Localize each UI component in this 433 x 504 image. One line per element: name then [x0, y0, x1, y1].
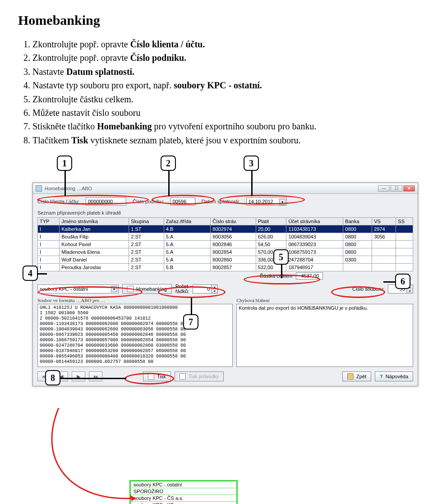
cell: 5.A — [164, 241, 211, 248]
chevron-down-icon[interactable]: ▾ — [279, 199, 286, 205]
export-type-combo[interactable]: soubory KPC - ostatní ▾ — [37, 284, 119, 293]
cell: I — [38, 264, 60, 271]
callout-3-line — [251, 171, 253, 196]
right-pane-title: Chybová hlášení — [236, 298, 413, 303]
min-button[interactable]: — — [378, 185, 390, 192]
export-type-dropdown-popup[interactable]: soubory KPC - ostatníSPOROŽIROsoubory KP… — [129, 480, 238, 504]
cell — [396, 233, 413, 241]
cell: 5.A — [164, 233, 211, 241]
cell: 0800 — [343, 225, 372, 233]
table-row[interactable]: IKalberka Jan1.ST4.B800297420,0011034381… — [38, 225, 413, 233]
rows-spinner[interactable]: ▴▾ — [193, 284, 218, 293]
payments-table[interactable]: TYPJméno strávníkaSkupinaZařaz./třídaČís… — [37, 217, 413, 271]
back-icon — [347, 373, 354, 380]
homebanking-button[interactable]: Homebanking — [122, 284, 172, 294]
step-8: Tlačítkem Tisk vytisknete seznam plateb,… — [32, 134, 415, 147]
callout-8: 8 — [45, 370, 60, 385]
dropdown-option[interactable]: soubory KPC - KB a.s. — [131, 502, 236, 504]
client-label: Číslo klienta / účtu: — [37, 199, 79, 204]
table-row[interactable]: IKohout Pavel2.ST5.A800284654,5008673390… — [38, 241, 413, 248]
errors-pane[interactable]: Kontrola dat pro export do HOMEBANKINGU … — [236, 304, 413, 367]
cell: 2974 — [372, 225, 396, 233]
col-header[interactable]: TYP — [38, 218, 60, 225]
abo-output-pane[interactable]: UHL1 41012SJ U ROHACOVYCH KASA 000000000… — [37, 304, 233, 367]
nav-last-button[interactable]: ⏭ — [89, 371, 102, 381]
cell: 0800 — [343, 241, 372, 248]
cell: Peroutka Jaroslav — [60, 264, 129, 271]
cell: 3056 — [372, 233, 396, 241]
chevron-down-icon[interactable]: ▾ — [111, 286, 117, 292]
zpet-button[interactable]: Zpět — [342, 371, 371, 381]
spin-down-icon[interactable]: ▾ — [406, 289, 413, 293]
col-header[interactable]: Platit — [256, 218, 286, 225]
dropdown-option[interactable]: soubory KPC - ostatní — [131, 481, 236, 488]
max-button[interactable]: ☐ — [391, 185, 402, 192]
cell: 2.ST — [129, 233, 164, 241]
cell — [396, 225, 413, 233]
cell: 1103438173 — [286, 225, 343, 233]
instructions-list: Zkontrolujte popř. opravte Číslo klienta… — [32, 38, 415, 147]
spin-up-icon[interactable]: ▴ — [211, 285, 217, 289]
step-2: Zkontrolujte popř. opravte Číslo podniku… — [32, 51, 415, 64]
tisk-button[interactable]: Tisk — [143, 371, 171, 381]
callout-7-line — [191, 298, 192, 314]
close-button[interactable]: ✕ — [403, 185, 415, 192]
cell: 8002860 — [211, 256, 256, 264]
rows-value[interactable] — [193, 285, 211, 293]
col-header[interactable]: Jméno strávníka — [60, 218, 129, 225]
col-header[interactable]: VS — [372, 218, 396, 225]
col-header[interactable]: Číslo stráv. — [211, 218, 256, 225]
col-header[interactable]: Zařaz./třída — [164, 218, 211, 225]
calendar-icon — [127, 286, 134, 292]
spin-down-icon[interactable]: ▾ — [211, 289, 217, 293]
cell: I — [38, 241, 60, 248]
window-title: Homebanking …ABO — [45, 186, 92, 191]
tisk-label: Tisk — [157, 374, 166, 379]
cell — [372, 241, 396, 248]
nav-next-button[interactable]: ▶ — [72, 371, 85, 381]
cell: Wolf Daniel — [60, 256, 129, 264]
printer-icon — [180, 373, 186, 380]
callout-4: 4 — [23, 266, 38, 281]
cell: 247288704 — [286, 256, 343, 264]
cell — [372, 256, 396, 264]
col-header[interactable]: Banka — [343, 218, 372, 225]
table-row[interactable]: IBouška Filip2.ST5.A8003056626,001004839… — [38, 233, 413, 241]
cell: I — [38, 248, 60, 256]
dropdown-option[interactable]: SPOROŽIRO — [131, 488, 236, 495]
cell: 0800 — [343, 233, 372, 241]
callout-8-line — [60, 378, 126, 379]
col-header[interactable]: Skupina — [129, 218, 164, 225]
cell: 2.ST — [129, 241, 164, 248]
cell: 187948917 — [286, 264, 343, 271]
table-row[interactable]: IMladenová Elena2.ST5.A8002854570,001068… — [38, 248, 413, 256]
client-input[interactable] — [86, 197, 126, 206]
col-header[interactable]: SS — [396, 218, 413, 225]
callout-6-line — [383, 281, 395, 283]
cell: 0867339023 — [286, 241, 343, 248]
cell: 5.B — [164, 264, 211, 271]
callout-7: 7 — [183, 314, 198, 330]
total-value: 4537,00 — [296, 272, 323, 279]
cell: 0300 — [343, 256, 372, 264]
table-row[interactable]: IPeroutka Jaroslav2.ST5.B8002857532,0018… — [38, 264, 413, 271]
cell — [372, 264, 396, 271]
cell — [343, 264, 372, 271]
step-1: Zkontrolujte popř. opravte Číslo klienta… — [32, 38, 415, 50]
dropdown-option[interactable]: soubory KPC - ČS a.s. — [131, 495, 236, 502]
cell: 1068759173 — [286, 248, 343, 256]
cell — [396, 264, 413, 271]
callout-6: 6 — [395, 274, 410, 289]
cell: I — [38, 256, 60, 264]
col-header[interactable]: Účet strávníka — [286, 218, 343, 225]
cell: I — [38, 233, 60, 241]
help-button[interactable]: ? Nápověda — [375, 371, 413, 381]
help-icon: ? — [380, 374, 383, 379]
due-date-picker[interactable]: 14.10.2012 ▾ — [246, 197, 287, 206]
table-row[interactable]: IWolf Daniel2.ST5.A8002860336,0024728870… — [38, 256, 413, 264]
company-input[interactable] — [170, 197, 195, 206]
company-label: Číslo podniku: — [133, 199, 164, 204]
cell: Kohout Pavel — [60, 241, 129, 248]
titlebar[interactable]: Homebanking …ABO — ☐ ✕ — [33, 183, 418, 194]
cell: 8002854 — [211, 248, 256, 256]
